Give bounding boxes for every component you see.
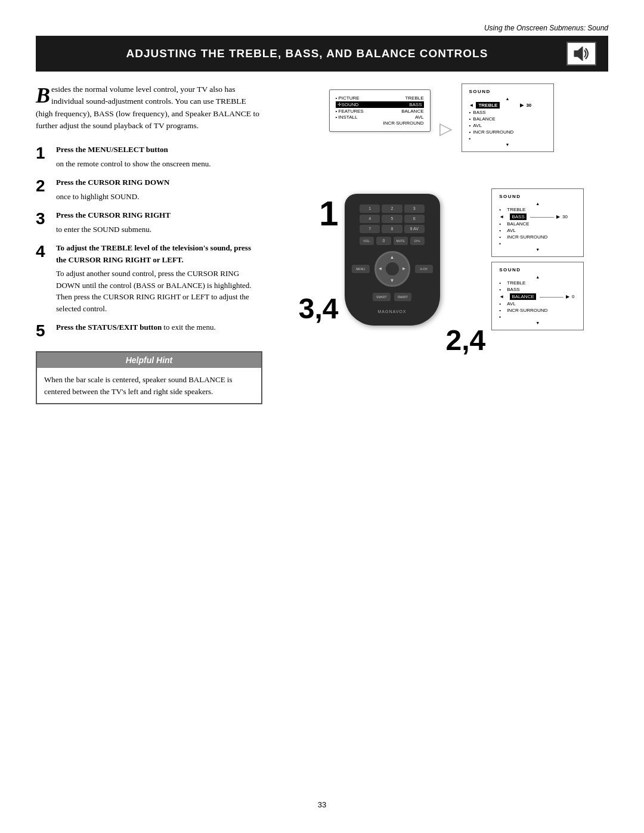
sp2-incr-bullet: • bbox=[499, 234, 501, 240]
page-number: 33 bbox=[318, 800, 326, 809]
sp3-incr-bullet: • bbox=[499, 308, 501, 313]
menu-item-treble: TREBLE bbox=[405, 95, 423, 101]
btn-0[interactable]: 0 bbox=[376, 237, 391, 245]
btn-ach[interactable]: A-CH bbox=[415, 265, 433, 273]
hint-box: Helpful Hint When the bar scale is cente… bbox=[36, 351, 262, 404]
cursor-down[interactable]: ▼ bbox=[390, 278, 395, 283]
btn-ch[interactable]: CH+ bbox=[410, 237, 425, 245]
drop-cap: B bbox=[36, 85, 50, 106]
menu-row-install: • INSTALL AVL bbox=[336, 114, 424, 120]
sp1-bar-line bbox=[502, 105, 519, 106]
sound-panel-treble: SOUND ▲ ◄ TREBLE ▶ 30 • BASS bbox=[462, 83, 554, 152]
btn-vol[interactable]: VOL- bbox=[360, 237, 374, 245]
right-sound-panels: SOUND ▲ • TREBLE ◄ BASS ————— ▶ 30 bbox=[491, 188, 584, 330]
btn-5[interactable]: 5 bbox=[382, 215, 402, 223]
btn-9[interactable]: 9 AV bbox=[404, 225, 425, 233]
sp3-balance-label: BALANCE bbox=[510, 293, 535, 300]
sp1-bass-row: • BASS bbox=[469, 110, 546, 115]
sp3-tri-up: ▲ bbox=[499, 275, 576, 279]
sp1-bass-bullet: • bbox=[469, 110, 471, 115]
sp2-tri-down: ▼ bbox=[499, 247, 576, 252]
sp3-balance-val: 0 bbox=[572, 294, 574, 299]
btn-1[interactable]: 1 bbox=[360, 205, 380, 213]
step-number-4: 4 bbox=[36, 243, 49, 260]
sp3-balance-arrow: ▶ bbox=[566, 294, 569, 299]
step-number-3: 3 bbox=[36, 210, 49, 227]
cursor-ring[interactable]: ▲ ▼ ◄ ► bbox=[374, 251, 410, 287]
btn-smart2[interactable]: SMART bbox=[394, 293, 411, 301]
num-grid: 1 2 3 4 5 6 7 8 9 AV bbox=[360, 205, 425, 233]
menu-item-picture: • PICTURE bbox=[336, 95, 360, 101]
sp2-treble-row: • TREBLE bbox=[499, 207, 576, 212]
right-column: • PICTURE TREBLE ✛SOUND BASS • FEATURES … bbox=[274, 83, 608, 404]
left-column: Besides the normal volume level control,… bbox=[36, 83, 262, 404]
sp3-treble-bullet: • bbox=[499, 280, 501, 286]
sp1-balance-bullet: • bbox=[469, 116, 471, 122]
step-content-1: Press the MENU/SELECT button on the remo… bbox=[56, 144, 211, 169]
sp2-bass-val: 30 bbox=[562, 214, 568, 219]
cursor-right[interactable]: ► bbox=[402, 266, 407, 271]
sp3-balance-bar: ————— bbox=[538, 294, 564, 299]
sp2-avl-label: AVL bbox=[507, 228, 516, 233]
big-step-24: 2,4 bbox=[446, 326, 486, 355]
btn-8[interactable]: 8 bbox=[382, 225, 402, 233]
sp2-treble-label: TREBLE bbox=[507, 207, 525, 212]
btn-3[interactable]: 3 bbox=[404, 205, 425, 213]
step-content-3: Press the CURSOR RING RIGHT to enter the… bbox=[56, 209, 171, 235]
btn-menu[interactable]: MENU bbox=[352, 265, 370, 273]
sp3-balance-bullet: ◄ bbox=[499, 294, 504, 299]
menu-item-balance: BALANCE bbox=[401, 109, 423, 114]
title-bar: Adjusting the Treble, Bass, and Balance … bbox=[36, 36, 608, 72]
menu-row-incr: INCR·SURROUND bbox=[336, 120, 424, 126]
sp2-incr-label: INCR·SURROUND bbox=[507, 234, 547, 240]
big-step-134: 1 bbox=[319, 196, 338, 231]
page: Using the Onscreen Submenus: Sound Adjus… bbox=[0, 0, 644, 833]
sp1-treble-bar: ▶ bbox=[502, 103, 524, 108]
step-1-text: on the remote control to show the onscre… bbox=[56, 158, 211, 170]
sp3-balance-row: ◄ BALANCE ————— ▶ 0 bbox=[499, 293, 576, 300]
vol-row: VOL- 0 MUTE CH+ bbox=[360, 237, 425, 245]
step-4-bold: To adjust the TREBLE level of the televi… bbox=[56, 243, 251, 264]
sp3-incr-row: • INCR·SURROUND bbox=[499, 308, 576, 313]
cursor-center[interactable] bbox=[386, 262, 399, 275]
cursor-up[interactable]: ▲ bbox=[390, 255, 395, 260]
sp3-bass-row: • BASS bbox=[499, 287, 576, 292]
menu-item-install: • INSTALL bbox=[336, 114, 358, 120]
step-numbers-area: 1 3,4 bbox=[299, 164, 339, 355]
sp1-balance-row: • BALANCE bbox=[469, 116, 546, 122]
hint-title: Helpful Hint bbox=[37, 352, 261, 368]
sp1-bass-label: BASS bbox=[473, 110, 485, 115]
sp3-tri-down: ▼ bbox=[499, 321, 576, 325]
btn-2[interactable]: 2 bbox=[382, 205, 402, 213]
btn-mute[interactable]: MUTE bbox=[394, 237, 408, 245]
btn-6[interactable]: 6 bbox=[404, 215, 425, 223]
sp3-title: SOUND bbox=[499, 267, 576, 272]
cursor-area: MENU ▲ ▼ ◄ ► A-CH bbox=[352, 251, 433, 287]
sp1-treble-label: TREBLE bbox=[476, 102, 500, 109]
btn-7[interactable]: 7 bbox=[360, 225, 380, 233]
sp2-avl-bullet: • bbox=[499, 228, 501, 233]
sp1-incr-row: • INCR·SURROUND bbox=[469, 129, 546, 135]
sp3-bass-bullet: • bbox=[499, 287, 501, 292]
cursor-left[interactable]: ◄ bbox=[378, 266, 383, 271]
step-2-bold: Press the CURSOR RING DOWN bbox=[56, 178, 169, 187]
sp3-avl-label: AVL bbox=[507, 301, 516, 306]
btn-4[interactable]: 4 bbox=[360, 215, 380, 223]
sp1-sq: ▪ bbox=[469, 136, 471, 141]
sp3-bass-label: BASS bbox=[507, 287, 519, 292]
page-title: Adjusting the Treble, Bass, and Balance … bbox=[48, 47, 566, 60]
sp1-bar-arrow: ▶ bbox=[520, 103, 524, 108]
sp2-bass-row: ◄ BASS ————— ▶ 30 bbox=[499, 213, 576, 220]
sp1-balance-label: BALANCE bbox=[473, 116, 495, 122]
sp2-sq: ▪ bbox=[499, 241, 501, 246]
step-2: 2 Press the CURSOR RING DOWN once to hig… bbox=[36, 176, 262, 202]
sp1-tri-up: ▲ bbox=[469, 97, 546, 101]
sp1-tri-down: ▼ bbox=[469, 143, 546, 147]
intro-text: Besides the normal volume level control,… bbox=[36, 83, 262, 132]
sound-panel-balance: SOUND ▲ • TREBLE • BASS ◄ BALANCE bbox=[491, 262, 584, 330]
menu-item-sound: ✛SOUND bbox=[338, 102, 359, 107]
remote-brand: MAGNAVOX bbox=[378, 309, 407, 314]
main-content: Besides the normal volume level control,… bbox=[36, 83, 608, 404]
step-4: 4 To adjust the TREBLE level of the tele… bbox=[36, 242, 262, 314]
btn-smart1[interactable]: SMART bbox=[373, 293, 390, 301]
